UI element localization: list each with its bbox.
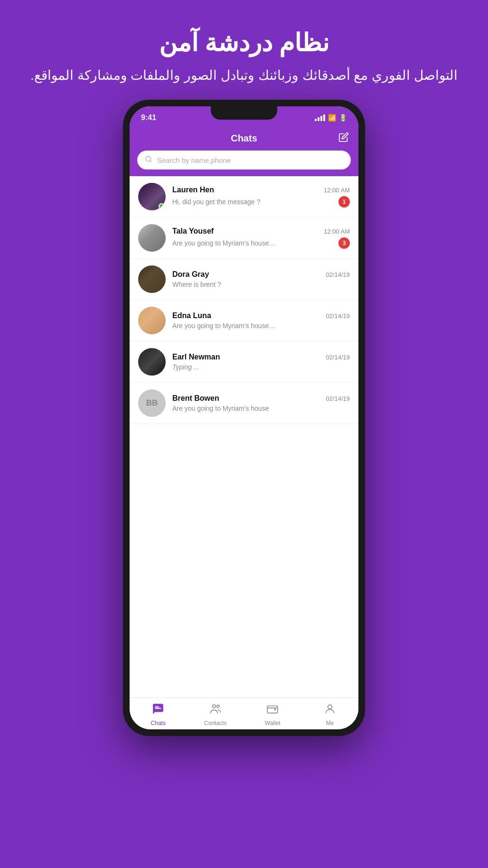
nav-chats[interactable]: Chats (130, 703, 187, 726)
chat-preview-brent: Are you going to Myriam's house (172, 405, 269, 412)
phone-mockup: 9:41 📶 🔋 Chats (123, 100, 365, 736)
chat-item-dora[interactable]: Dora Gray 02/14/19 Where is brent ? (130, 259, 358, 300)
search-container: Search by name,phone (130, 151, 358, 176)
chat-content-tala: Tala Yousef 12:00 AM Are you going to My… (172, 227, 350, 249)
chat-time-brent: 02/14/19 (326, 395, 350, 402)
chat-name-earl: Earl Newman (172, 353, 220, 361)
svg-rect-2 (155, 708, 161, 709)
search-bar[interactable]: Search by name,phone (137, 151, 351, 170)
avatar-edna (138, 307, 166, 334)
avatar-earl (138, 348, 166, 376)
chat-time-edna: 02/14/19 (326, 312, 350, 320)
phone-screen: 9:41 📶 🔋 Chats (130, 106, 358, 729)
chat-item-brent[interactable]: BB Brent Bowen 02/14/19 Are you going to… (130, 383, 358, 424)
chat-time-lauren: 12:00 AM (324, 187, 350, 194)
unread-badge-tala: 3 (338, 237, 350, 249)
app-header: Chats (130, 128, 358, 151)
unread-badge-lauren: 1 (338, 196, 350, 208)
avatar-initials-brent: BB (146, 398, 158, 408)
chat-list: Lauren Hen 12:00 AM Hi, did you get the … (130, 176, 358, 698)
nav-chats-label: Chats (151, 720, 166, 726)
chat-time-tala: 12:00 AM (324, 228, 350, 235)
nav-wallet[interactable]: Wallet (244, 703, 301, 726)
avatar-brent: BB (138, 389, 166, 417)
online-indicator (159, 203, 165, 209)
chat-name-brent: Brent Bowen (172, 394, 219, 403)
chat-name-tala: Tala Yousef (172, 227, 214, 236)
svg-rect-3 (155, 707, 160, 708)
hero-title: نظام دردشة آمن (30, 28, 458, 57)
svg-point-0 (146, 156, 151, 161)
chat-item-tala[interactable]: Tala Yousef 12:00 AM Are you going to My… (130, 217, 358, 259)
chat-time-dora: 02/14/19 (326, 271, 350, 278)
chat-item-lauren[interactable]: Lauren Hen 12:00 AM Hi, did you get the … (130, 176, 358, 217)
chat-name-edna: Edna Luna (172, 311, 211, 320)
hero-subtitle: التواصل الفوري مع أصدقائك وزبائنك وتبادل… (30, 66, 458, 85)
chat-content-brent: Brent Bowen 02/14/19 Are you going to My… (172, 394, 350, 412)
avatar-lauren (138, 183, 166, 210)
chat-content-lauren: Lauren Hen 12:00 AM Hi, did you get the … (172, 186, 350, 208)
status-time: 9:41 (141, 113, 156, 122)
chat-item-edna[interactable]: Edna Luna 02/14/19 Are you going to Myri… (130, 300, 358, 341)
phone-notch (211, 106, 277, 120)
avatar-tala (138, 224, 166, 252)
compose-button[interactable] (338, 132, 349, 145)
nav-contacts[interactable]: Contacts (187, 703, 244, 726)
chat-preview-earl: Typing ... (172, 363, 199, 371)
chat-preview-dora: Where is brent ? (172, 281, 221, 288)
chat-item-earl[interactable]: Earl Newman 02/14/19 Typing ... (130, 341, 358, 383)
nav-wallet-label: Wallet (265, 720, 281, 726)
avatar-dora (138, 265, 166, 293)
wallet-icon (266, 703, 279, 718)
nav-me[interactable]: Me (301, 703, 359, 726)
search-icon (145, 155, 152, 165)
chats-icon (152, 703, 164, 718)
svg-line-1 (150, 160, 151, 162)
svg-point-5 (216, 705, 219, 708)
chat-content-earl: Earl Newman 02/14/19 Typing ... (172, 353, 350, 371)
svg-point-7 (328, 705, 332, 709)
status-icons: 📶 🔋 (315, 114, 347, 122)
header-title: Chats (231, 133, 257, 144)
chat-preview-tala: Are you going to Myriam's house tonight,… (172, 239, 277, 247)
chat-content-edna: Edna Luna 02/14/19 Are you going to Myri… (172, 311, 350, 330)
chat-name-dora: Dora Gray (172, 270, 209, 279)
svg-point-4 (212, 705, 216, 708)
chat-time-earl: 02/14/19 (326, 354, 350, 361)
svg-rect-6 (267, 706, 278, 713)
chat-preview-lauren: Hi, did you get the message ? (172, 198, 260, 206)
hero-section: نظام دردشة آمن التواصل الفوري مع أصدقائك… (2, 28, 486, 85)
contacts-icon (209, 703, 222, 718)
chat-preview-edna: Are you going to Myriam's house tonight,… (172, 322, 277, 330)
battery-icon: 🔋 (339, 114, 347, 122)
chat-content-dora: Dora Gray 02/14/19 Where is brent ? (172, 270, 350, 288)
signal-icon (315, 114, 325, 121)
bottom-nav: Chats Contacts (130, 698, 358, 729)
me-icon (324, 703, 336, 718)
wifi-icon: 📶 (328, 114, 336, 122)
search-placeholder: Search by name,phone (157, 156, 231, 164)
nav-contacts-label: Contacts (204, 720, 226, 726)
chat-name-lauren: Lauren Hen (172, 186, 214, 194)
nav-me-label: Me (326, 720, 334, 726)
